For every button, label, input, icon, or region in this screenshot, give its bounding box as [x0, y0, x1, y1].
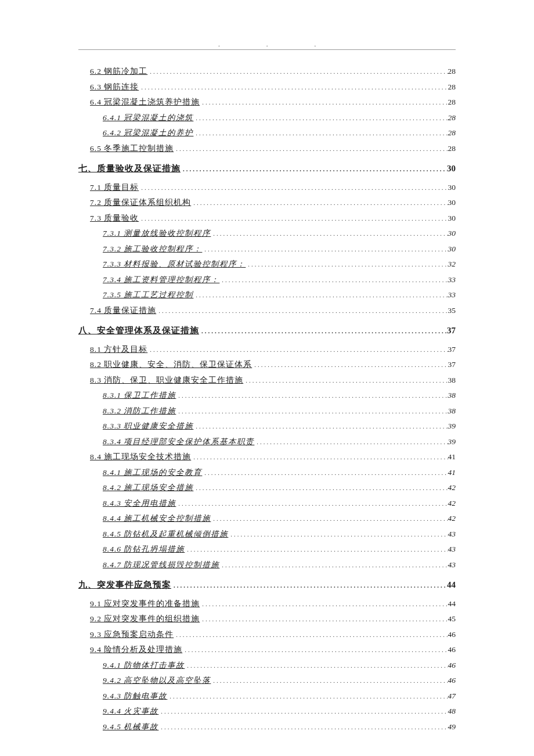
- toc-entry[interactable]: 9.2 应对突发事件的组织措施45: [78, 614, 456, 624]
- toc-entry-page: 46: [448, 630, 456, 639]
- toc-entry-page: 37: [448, 345, 456, 354]
- toc-entry-title: 8.4 施工现场安全技术措施: [90, 452, 191, 462]
- toc-entry-title: 7.3.4 施工资料管理控制程序：: [103, 275, 219, 285]
- toc-entry-title: 9.4.4 火灾事故: [103, 706, 158, 717]
- toc-entry-title: 8.3.2 消防工作措施: [103, 406, 176, 416]
- toc-entry-page: 38: [448, 391, 456, 400]
- toc-entry[interactable]: 7.1 质量目标30: [78, 182, 456, 193]
- toc-entry[interactable]: 9.4.2 高空坠物以及高空坠落46: [78, 675, 456, 686]
- toc-leader-dots: [228, 530, 448, 539]
- toc-entry-title: 9.3 应急预案启动条件: [90, 629, 174, 640]
- toc-entry[interactable]: 7.3.2 施工验收控制程序：30: [78, 244, 456, 254]
- toc-entry-title: 6.5 冬季施工控制措施: [90, 143, 174, 154]
- toc-entry[interactable]: 7.3.3 材料报验、原材试验控制程序：32: [78, 259, 456, 269]
- toc-entry-page: 43: [448, 560, 456, 570]
- toc-entry-page: 37: [448, 360, 456, 369]
- toc-entry-page: 28: [448, 144, 456, 153]
- toc-entry[interactable]: 8.4.1 施工现场的安全教育41: [78, 467, 456, 478]
- toc-leader-dots: [171, 580, 447, 590]
- toc-entry-page: 33: [448, 290, 456, 300]
- toc-entry-title: 9.4 险情分析及处理措施: [90, 645, 182, 655]
- toc-entry[interactable]: 8.2 职业健康、安全、消防、保卫保证体系37: [78, 359, 456, 370]
- toc-entry[interactable]: 9.3 应急预案启动条件46: [78, 629, 456, 640]
- toc-entry[interactable]: 8.3.4 项目经理部安全保护体系基本职责39: [78, 437, 456, 447]
- toc-entry[interactable]: 7.3.1 测量放线验收控制程序30: [78, 228, 456, 239]
- toc-leader-dots: [176, 499, 448, 508]
- toc-entry-page: 28: [448, 113, 456, 123]
- toc-entry-title: 7.1 质量目标: [90, 182, 139, 193]
- toc-entry[interactable]: 9.4.3 防触电事故47: [78, 691, 456, 701]
- toc-entry[interactable]: 8.4.4 施工机械安全控制措施42: [78, 513, 456, 524]
- toc-entry[interactable]: 8.1 方针及目标37: [78, 344, 456, 355]
- toc-entry-page: 49: [448, 722, 456, 732]
- toc-entry-page: 33: [448, 275, 456, 285]
- toc-entry[interactable]: 7.3.4 施工资料管理控制程序：33: [78, 275, 456, 285]
- toc-leader-dots: [139, 183, 448, 192]
- toc-entry-page: 42: [448, 499, 456, 508]
- toc-leader-dots: [176, 391, 448, 400]
- toc-entry-page: 46: [448, 645, 456, 654]
- toc-leader-dots: [193, 113, 448, 123]
- toc-leader-dots: [219, 275, 448, 285]
- toc-leader-dots: [147, 345, 448, 354]
- toc-entry-page: 42: [448, 483, 456, 492]
- toc-entry[interactable]: 九、突发事件应急预案44: [78, 579, 456, 591]
- toc-entry-page: 28: [448, 67, 456, 76]
- toc-entry-page: 32: [448, 260, 456, 269]
- toc-entry[interactable]: 6.4.2 冠梁混凝土的养护28: [78, 128, 456, 138]
- toc-entry-title: 9.2 应对突发事件的组织措施: [90, 614, 200, 624]
- toc-entry-page: 30: [448, 183, 456, 192]
- toc-entry-title: 8.3.4 项目经理部安全保护体系基本职责: [103, 437, 254, 447]
- toc-entry-title: 6.4 冠梁混凝土浇筑养护措施: [90, 97, 200, 107]
- toc-entry-title: 7.2 质量保证体系组织机构: [90, 197, 191, 208]
- toc-leader-dots: [167, 692, 448, 701]
- toc-leader-dots: [176, 406, 448, 416]
- toc-entry[interactable]: 6.5 冬季施工控制措施28: [78, 143, 456, 154]
- toc-leader-dots: [174, 630, 448, 639]
- toc-leader-dots: [191, 198, 448, 207]
- toc-entry-page: 43: [448, 545, 456, 554]
- toc-entry[interactable]: 9.4.5 机械事故49: [78, 722, 456, 732]
- toc-entry[interactable]: 8.3.1 保卫工作措施38: [78, 390, 456, 401]
- toc-entry-page: 30: [448, 229, 456, 238]
- toc-entry[interactable]: 7.3.5 施工工艺过程控制33: [78, 290, 456, 300]
- toc-entry-title: 7.3.3 材料报验、原材试验控制程序：: [103, 259, 246, 269]
- toc-entry[interactable]: 6.4 冠梁混凝土浇筑养护措施28: [78, 97, 456, 107]
- toc-entry[interactable]: 8.4.5 防钻机及起重机械倾倒措施43: [78, 529, 456, 539]
- toc-entry[interactable]: 7.2 质量保证体系组织机构30: [78, 197, 456, 208]
- toc-leader-dots: [202, 244, 448, 254]
- toc-entry[interactable]: 6.3 钢筋连接28: [78, 82, 456, 92]
- toc-entry-title: 9.1 应对突发事件的准备措施: [90, 599, 200, 609]
- toc-entry[interactable]: 8.4 施工现场安全技术措施41: [78, 452, 456, 462]
- toc-leader-dots: [219, 560, 448, 570]
- header-rule: [78, 49, 456, 50]
- toc-entry[interactable]: 8.4.2 施工现场安全措施42: [78, 483, 456, 493]
- toc-entry[interactable]: 七、质量验收及保证措施30: [78, 163, 456, 174]
- toc-entry-page: 28: [448, 82, 456, 92]
- toc-entry-title: 8.4.1 施工现场的安全教育: [103, 467, 202, 478]
- toc-entry-title: 8.3.3 职业健康安全措施: [103, 421, 193, 431]
- toc-entry-title: 8.4.7 防现况管线损毁控制措施: [103, 560, 219, 570]
- toc-entry[interactable]: 9.4 险情分析及处理措施46: [78, 645, 456, 655]
- toc-entry-page: 28: [448, 128, 456, 138]
- toc-entry[interactable]: 8.3 消防、保卫、职业健康安全工作措施38: [78, 375, 456, 386]
- toc-entry-page: 30: [448, 214, 456, 223]
- toc-entry[interactable]: 8.3.2 消防工作措施38: [78, 406, 456, 416]
- toc-entry[interactable]: 9.4.1 防物体打击事故46: [78, 660, 456, 671]
- toc-entry[interactable]: 8.4.3 安全用电措施42: [78, 498, 456, 509]
- toc-entry[interactable]: 9.4.4 火灾事故48: [78, 706, 456, 717]
- toc-entry[interactable]: 7.4 质量保证措施35: [78, 305, 456, 316]
- toc-entry[interactable]: 八、安全管理体系及保证措施37: [78, 325, 456, 336]
- toc-entry[interactable]: 6.4.1 冠梁混凝土的浇筑28: [78, 113, 456, 123]
- toc-entry-page: 41: [448, 468, 456, 477]
- toc-entry-title: 8.4.5 防钻机及起重机械倾倒措施: [103, 529, 228, 539]
- toc-entry[interactable]: 8.3.3 职业健康安全措施39: [78, 421, 456, 431]
- toc-entry[interactable]: 8.4.7 防现况管线损毁控制措施43: [78, 560, 456, 570]
- toc-entry[interactable]: 8.4.6 防钻孔坍塌措施43: [78, 544, 456, 555]
- toc-entry[interactable]: 6.2 钢筋冷加工28: [78, 66, 456, 77]
- toc-entry-title: 九、突发事件应急预案: [78, 579, 171, 591]
- toc-entry-page: 35: [448, 306, 456, 315]
- toc-entry[interactable]: 9.1 应对突发事件的准备措施44: [78, 599, 456, 609]
- toc-entry[interactable]: 7.3 质量验收30: [78, 213, 456, 224]
- toc-leader-dots: [200, 614, 448, 624]
